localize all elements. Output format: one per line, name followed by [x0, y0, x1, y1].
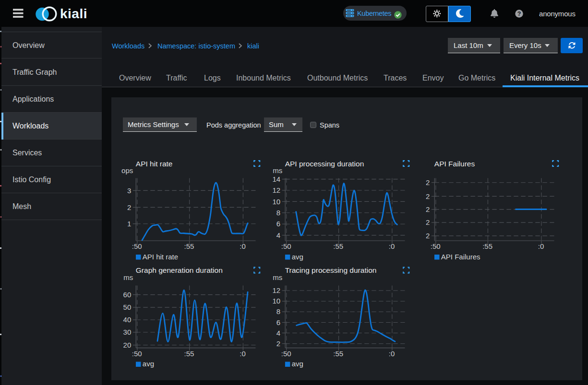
svg-text::0: :0	[538, 242, 544, 250]
svg-text:2: 2	[426, 192, 430, 200]
svg-text::55: :55	[184, 242, 194, 250]
svg-text::55: :55	[184, 350, 194, 358]
svg-text::0: :0	[389, 350, 395, 358]
svg-text:60: 60	[123, 291, 132, 299]
svg-text:ms: ms	[123, 273, 133, 281]
svg-text:API Failures: API Failures	[434, 160, 475, 168]
svg-text:API hit rate: API hit rate	[136, 160, 173, 168]
svg-text:2: 2	[426, 205, 430, 213]
svg-text:ms: ms	[273, 166, 282, 175]
svg-text:6: 6	[276, 318, 280, 327]
svg-text:2: 2	[426, 218, 430, 226]
svg-text::50: :50	[132, 242, 142, 250]
svg-text:40: 40	[123, 315, 132, 324]
svg-text::55: :55	[333, 242, 343, 250]
svg-text:6: 6	[276, 220, 280, 228]
svg-text:1: 1	[127, 220, 131, 228]
svg-text:8: 8	[276, 307, 280, 315]
svg-text:API Failures: API Failures	[441, 253, 480, 261]
svg-text:10: 10	[273, 297, 281, 305]
svg-text:20: 20	[123, 341, 132, 349]
svg-text:3: 3	[127, 187, 131, 195]
svg-text::50: :50	[281, 242, 291, 250]
svg-text:4: 4	[276, 329, 280, 337]
svg-text:2: 2	[426, 178, 430, 187]
svg-text::0: :0	[389, 242, 395, 250]
svg-text:10: 10	[273, 198, 281, 206]
svg-text:avg: avg	[292, 360, 303, 368]
svg-text::55: :55	[333, 350, 343, 358]
svg-text::0: :0	[240, 350, 246, 358]
svg-text:14: 14	[273, 175, 281, 183]
svg-text:2: 2	[276, 339, 280, 348]
svg-text:ops: ops	[121, 166, 133, 175]
svg-text:avg: avg	[292, 253, 303, 261]
svg-text:ms: ms	[273, 273, 282, 281]
svg-text:avg: avg	[143, 360, 154, 368]
svg-text:API hit rate: API hit rate	[143, 253, 178, 261]
svg-text:4: 4	[276, 231, 280, 239]
svg-text::50: :50	[132, 350, 142, 358]
svg-text::50: :50	[281, 350, 291, 358]
svg-text:30: 30	[123, 328, 132, 336]
svg-text:2: 2	[426, 232, 430, 240]
svg-text:API processing duration: API processing duration	[285, 160, 364, 168]
svg-text:8: 8	[276, 209, 280, 217]
svg-text:50: 50	[123, 303, 132, 311]
svg-text:12: 12	[273, 186, 281, 194]
svg-text:Tracing processing duration: Tracing processing duration	[285, 266, 377, 274]
svg-text:2: 2	[127, 203, 131, 211]
svg-text::50: :50	[431, 242, 441, 250]
svg-text:Graph generation duration: Graph generation duration	[136, 266, 223, 274]
svg-text::55: :55	[482, 242, 492, 250]
svg-text:12: 12	[273, 286, 281, 294]
svg-text::0: :0	[240, 242, 246, 250]
